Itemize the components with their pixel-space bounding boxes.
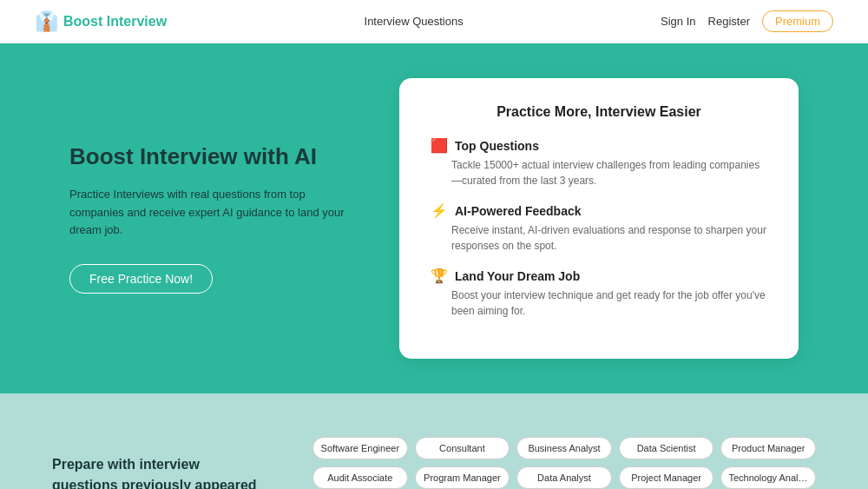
feature-ai-feedback: ⚡ AI-Powered Feedback Receive instant, A…: [431, 202, 767, 254]
register-button[interactable]: Register: [708, 15, 750, 28]
positions-grid: Software EngineerConsultantBusiness Anal…: [312, 437, 816, 489]
hero-card: Practice More, Interview Easier 🟥 Top Qu…: [399, 78, 799, 359]
card-title: Practice More, Interview Easier: [431, 104, 767, 120]
logo: 👔 Boost Interview: [35, 10, 167, 33]
nav-interview-questions[interactable]: Interview Questions: [365, 15, 464, 28]
top-questions-title: Top Questions: [455, 139, 539, 153]
position-item[interactable]: Project Manager: [619, 466, 714, 489]
dream-job-desc: Boost your interview technique and get r…: [431, 287, 767, 319]
nav-actions: Sign In Register Premium: [661, 10, 833, 32]
premium-button[interactable]: Premium: [762, 10, 833, 32]
position-item[interactable]: Software Engineer: [312, 437, 408, 459]
position-item[interactable]: Product Manager: [720, 437, 816, 459]
position-item[interactable]: Business Analyst: [516, 437, 612, 459]
hero-left: Boost Interview with AI Practice Intervi…: [69, 143, 347, 294]
hero-title: Boost Interview with AI: [69, 143, 347, 170]
signin-button[interactable]: Sign In: [661, 15, 695, 28]
top-questions-icon: 🟥: [431, 137, 448, 154]
ai-feedback-desc: Receive instant, AI-driven evaluations a…: [431, 222, 767, 254]
position-item[interactable]: Consultant: [415, 437, 510, 459]
positions-title: Prepare with interview questions previou…: [52, 454, 260, 489]
free-practice-button[interactable]: Free Practice Now!: [69, 264, 213, 294]
navbar: 👔 Boost Interview Interview Questions Si…: [0, 0, 868, 43]
nav-links: Interview Questions: [365, 15, 464, 28]
position-item[interactable]: Data Analyst: [516, 466, 612, 489]
feature-top-questions: 🟥 Top Questions Tackle 15000+ actual int…: [431, 137, 767, 188]
ai-feedback-title: AI-Powered Feedback: [455, 204, 582, 218]
position-item[interactable]: Audit Associate: [312, 466, 408, 489]
feature-dream-job: 🏆 Land Your Dream Job Boost your intervi…: [431, 268, 767, 319]
dream-job-title: Land Your Dream Job: [455, 269, 580, 283]
positions-left: Prepare with interview questions previou…: [52, 437, 260, 489]
logo-icon: 👔: [35, 10, 58, 33]
positions-section: Prepare with interview questions previou…: [0, 393, 868, 489]
hero-section: Boost Interview with AI Practice Intervi…: [0, 43, 868, 393]
dream-job-icon: 🏆: [431, 268, 448, 284]
position-item[interactable]: Technology Analyst: [720, 466, 816, 489]
position-item[interactable]: Program Manager: [415, 466, 510, 489]
top-questions-desc: Tackle 15000+ actual interview challenge…: [431, 157, 767, 188]
position-item[interactable]: Data Scientist: [619, 437, 714, 459]
ai-feedback-icon: ⚡: [431, 202, 448, 219]
hero-description: Practice Interviews with real questions …: [69, 186, 347, 240]
brand-name: Boost Interview: [63, 14, 167, 30]
